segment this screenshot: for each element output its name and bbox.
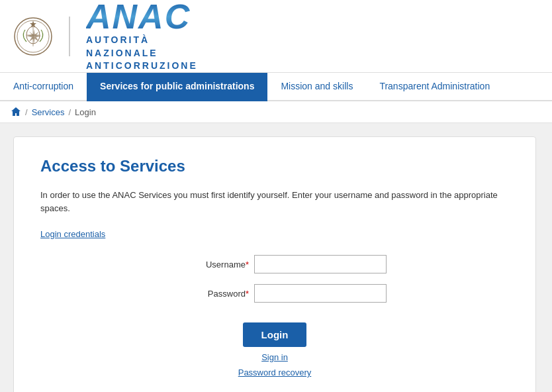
username-required: * [246, 260, 249, 270]
username-group: Username* [40, 255, 509, 273]
username-input[interactable] [254, 255, 387, 273]
password-required: * [246, 289, 249, 299]
login-card: Access to Services In order to use the A… [13, 136, 536, 392]
nav-anti-corruption[interactable]: Anti-corruption [0, 73, 87, 101]
card-title: Access to Services [40, 157, 509, 175]
login-credentials-link[interactable]: Login credentials [40, 229, 105, 239]
subtitle-line2: NAZIONALE [86, 48, 158, 58]
main-nav: Anti-corruption Services for public admi… [0, 73, 552, 101]
main-content: Access to Services In order to use the A… [0, 123, 552, 392]
home-icon[interactable] [11, 107, 21, 117]
password-group: Password* [40, 284, 509, 303]
site-header: ANAC AUTORITÀ NAZIONALE ANTICORRUZIONE [0, 0, 552, 73]
card-description: In order to use the ANAC Services you mu… [40, 189, 509, 215]
password-recovery-link[interactable]: Password recovery [238, 368, 312, 377]
breadcrumb-services[interactable]: Services [32, 107, 65, 117]
password-input[interactable] [254, 284, 387, 303]
breadcrumb-sep-1: / [25, 107, 28, 117]
subtitle-line3: ANTICORRUZIONE [86, 60, 198, 71]
username-label: Username* [163, 260, 249, 270]
breadcrumb: / Services / Login [0, 101, 552, 123]
form-actions: Login Sign in Password recovery [40, 322, 509, 377]
login-button[interactable]: Login [243, 322, 307, 347]
emblem-icon [13, 17, 53, 56]
breadcrumb-sep-2: / [68, 107, 71, 117]
anac-acronym: ANAC [86, 0, 198, 34]
nav-transparent-admin[interactable]: Transparent Administration [366, 73, 503, 101]
subtitle-line1: AUTORITÀ [86, 34, 150, 45]
anac-full-name: AUTORITÀ NAZIONALE ANTICORRUZIONE [86, 34, 198, 73]
password-label: Password* [163, 289, 249, 299]
breadcrumb-login: Login [75, 107, 96, 117]
nav-mission-skills[interactable]: Mission and skills [267, 73, 366, 101]
sign-in-link[interactable]: Sign in [261, 352, 288, 362]
header-divider [69, 17, 70, 56]
anac-logo: ANAC AUTORITÀ NAZIONALE ANTICORRUZIONE [86, 0, 198, 73]
nav-services-public-admin[interactable]: Services for public administrations [87, 73, 267, 101]
logo-area: ANAC AUTORITÀ NAZIONALE ANTICORRUZIONE [13, 0, 198, 73]
